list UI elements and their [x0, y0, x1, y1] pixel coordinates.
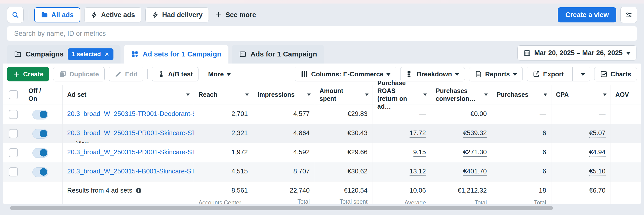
footer-value-roas[interactable]: 10.06: [410, 187, 426, 195]
view-charts-action[interactable]: View charts: [67, 140, 93, 143]
row-checkbox[interactable]: [9, 167, 18, 176]
tab-ad-sets[interactable]: Ad sets for 1 Campaign: [124, 45, 228, 64]
footer-sublabel: Accounts Center acc…: [198, 199, 248, 204]
horizontal-scrollbar[interactable]: [10, 206, 553, 210]
footer-spent: €120.54Total spent: [315, 181, 373, 204]
info-icon[interactable]: [135, 187, 142, 194]
row-toggle-cell: [24, 105, 63, 124]
folder-icon: [41, 11, 48, 19]
duplicate-button[interactable]: Duplicate: [53, 67, 105, 81]
cell-reach: 4,515: [194, 162, 253, 181]
footer-sublabel: Total: [497, 199, 546, 204]
value-cpa[interactable]: €5.10: [589, 167, 606, 176]
select-all-checkbox[interactable]: [9, 90, 18, 99]
column-header-reach[interactable]: Reach: [194, 85, 253, 105]
create-button[interactable]: Create: [7, 67, 49, 81]
sort-caret-icon[interactable]: [186, 94, 190, 96]
view-settings-button[interactable]: [620, 7, 637, 23]
value-cpa[interactable]: €5.07: [589, 129, 606, 138]
column-header-name[interactable]: Ad set: [63, 85, 194, 105]
value-roas[interactable]: 13.12: [410, 167, 426, 176]
cell-impressions: 8,707: [253, 162, 315, 181]
value-purchases[interactable]: 6: [543, 167, 546, 176]
divider: [147, 69, 148, 79]
ad-set-name-link[interactable]: 20.3_broad_W_250315-FB001-Skincare-ST: [67, 167, 194, 175]
edit-button[interactable]: Edit: [109, 67, 143, 81]
row-checkbox[interactable]: [9, 129, 18, 138]
ad-set-toggle[interactable]: [32, 129, 48, 139]
charts-button[interactable]: Charts: [594, 67, 637, 81]
cell-roas: 17.72: [373, 124, 431, 143]
column-header-impressions[interactable]: Impressions: [253, 85, 315, 105]
date-range-picker[interactable]: Mar 20, 2025 – Mar 26, 2025: [517, 45, 636, 60]
cell-roas: 9.15: [373, 143, 431, 162]
column-header-spent[interactable]: Amount spent: [315, 85, 373, 105]
ad-set-toggle[interactable]: [32, 167, 48, 177]
sort-caret-icon[interactable]: [307, 94, 311, 96]
reports-button[interactable]: Reports: [469, 67, 523, 81]
footer-value-conv[interactable]: €1,212.32: [458, 187, 487, 195]
column-header-cpa[interactable]: CPA: [551, 85, 611, 105]
tab-campaigns[interactable]: Campaigns 1 selected: [7, 45, 120, 64]
row-select-cell: [3, 162, 24, 181]
export-button[interactable]: Export: [527, 67, 590, 81]
ab-test-button[interactable]: A/B test: [152, 67, 198, 81]
sort-caret-icon[interactable]: [544, 94, 547, 96]
results-summary: Results from 4 ad sets: [67, 187, 132, 194]
grid-icon: [131, 50, 139, 58]
ad-set-toggle[interactable]: [32, 110, 48, 119]
value-conv[interactable]: €271.30: [463, 148, 487, 157]
filter-active-ads[interactable]: Active ads: [84, 7, 141, 22]
ad-set-toggle[interactable]: [32, 148, 48, 158]
cell-spent: €29.66: [315, 143, 373, 162]
filter-all-ads[interactable]: All ads: [34, 7, 80, 22]
value-roas[interactable]: 9.15: [413, 148, 426, 157]
search-bar: [7, 26, 637, 41]
lightning-icon: [152, 11, 159, 19]
filter-bar: All ads Active ads Had delivery See more…: [7, 7, 637, 23]
close-icon[interactable]: [104, 52, 109, 57]
value-purchases[interactable]: 6: [543, 148, 546, 157]
value-conv[interactable]: €539.32: [463, 129, 487, 138]
filter-had-delivery[interactable]: Had delivery: [145, 7, 209, 22]
toggle-knob: [40, 168, 47, 176]
footer-value-purchases[interactable]: 18: [539, 187, 546, 195]
create-view-button[interactable]: Create a view: [558, 7, 616, 22]
cell-impressions: 4,592: [253, 143, 315, 162]
ad-set-name-link[interactable]: 20.3_broad_W_250315-PD001-Skincare-ST: [67, 148, 194, 156]
row-checkbox[interactable]: [9, 110, 18, 119]
table-row: 20.3_broad_W_250315-TR001-Deodorant-ST2,…: [3, 105, 641, 124]
sort-caret-icon[interactable]: [245, 94, 249, 96]
value-reach: 1,972: [231, 148, 248, 156]
cell-reach: 2,701: [194, 105, 253, 124]
row-select-cell: [3, 124, 24, 143]
search-button[interactable]: [7, 7, 24, 23]
column-header-conv[interactable]: Purchasesconversion…: [431, 85, 492, 105]
more-button[interactable]: More: [203, 67, 236, 81]
cell-reach: 1,972: [194, 143, 253, 162]
export-options-button[interactable]: [576, 67, 590, 81]
window-icon: [239, 50, 247, 58]
value-roas[interactable]: 17.72: [410, 129, 426, 138]
divider: [29, 10, 29, 20]
calendar-icon: [523, 49, 531, 57]
sort-caret-icon[interactable]: [423, 94, 427, 96]
main-panel: Create Duplicate Edit A/B test More: [3, 64, 641, 204]
sort-caret-icon[interactable]: [365, 94, 369, 96]
value-cpa[interactable]: €4.94: [589, 148, 606, 157]
row-checkbox[interactable]: [9, 148, 18, 157]
search-input[interactable]: [14, 29, 630, 38]
cell-spent: €29.83: [315, 105, 373, 124]
column-header-purchases[interactable]: Purchases: [492, 85, 551, 105]
ad-set-name-link[interactable]: 20.3_broad_W_250315-TR001-Deodorant-ST: [67, 110, 194, 118]
footer-value-cpa[interactable]: €6.70: [589, 187, 606, 195]
sort-caret-icon[interactable]: [484, 94, 488, 96]
value-purchases[interactable]: 6: [543, 129, 546, 138]
footer-value-reach[interactable]: 8,561: [231, 187, 248, 195]
ad-set-name-link[interactable]: 20.3_broad_W_250315-PR001-Skincare-ST: [67, 129, 194, 137]
sort-caret-icon[interactable]: [603, 94, 607, 96]
column-header-roas[interactable]: Purchase ROAS(return on ad…: [373, 85, 431, 105]
tab-ads[interactable]: Ads for 1 Campaign: [232, 45, 324, 64]
value-conv[interactable]: €401.70: [463, 167, 487, 176]
see-more-button[interactable]: See more: [213, 11, 258, 19]
